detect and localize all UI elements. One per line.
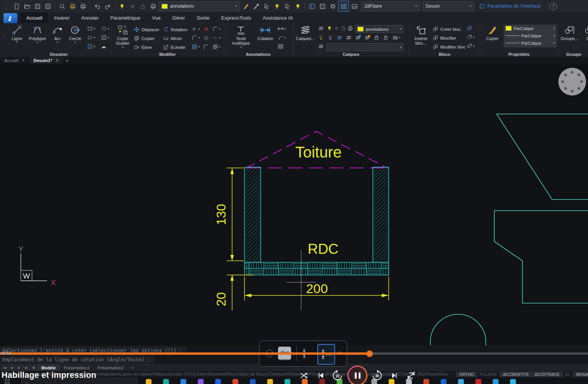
command-list-panel-icon[interactable] (338, 1, 349, 12)
texte-multiligne-button[interactable]: Texte multiligne ▾ (228, 25, 254, 49)
leader-tool[interactable]: ▾ (278, 35, 286, 40)
app-menu-button[interactable] (3, 13, 17, 23)
toggle-accrentite[interactable]: ACCRENTITE (500, 372, 531, 377)
layer-lock-icon[interactable] (138, 1, 148, 11)
layout-tab-presentation1[interactable]: Présentation1 (60, 364, 94, 371)
forward-30-icon[interactable]: 30 (371, 370, 383, 381)
tab-annoter[interactable]: Annoter (75, 12, 104, 23)
prev-layout-icon[interactable]: ◀ (8, 365, 15, 371)
plot-preview-icon[interactable] (57, 1, 67, 11)
layer-dropdown[interactable]: annotations ▾ (158, 2, 240, 11)
layer-freeze-icon[interactable] (334, 25, 339, 31)
rotation-button[interactable]: Rotation (163, 26, 187, 33)
arc-button[interactable]: Arc ▾ (49, 25, 66, 44)
workspace-dropdown[interactable]: Dessin ▾ (423, 2, 474, 11)
open-file-icon[interactable] (22, 1, 32, 11)
toggle-mosaique[interactable]: MOSAIQU (573, 372, 588, 377)
plot-icon[interactable] (67, 1, 78, 11)
miroir-button[interactable]: Miroir (163, 35, 182, 42)
redo-icon[interactable] (103, 1, 113, 11)
layout-tab-presentation2[interactable]: Présentation2 (94, 364, 128, 371)
rewind-10-icon[interactable]: 10 (332, 370, 343, 381)
layer-freeze-icon[interactable] (127, 1, 137, 11)
linetype-dropdown[interactable]: ParCalque ▾ (504, 32, 557, 39)
modifier-bloc-button[interactable]: Modifier bloc▾ (433, 44, 469, 50)
tab-accueil[interactable]: Accueil (20, 12, 48, 23)
deselect-icon[interactable] (282, 1, 292, 11)
toggle-ortho[interactable]: ORTHO (456, 372, 477, 377)
select-similar-icon[interactable] (261, 1, 271, 11)
layout-list-icon[interactable]: ▣ (30, 365, 37, 371)
tab-inserer[interactable]: Insérer (48, 12, 75, 23)
hatch-tool[interactable]: ▾ (87, 44, 95, 49)
layer-unisolate-icon[interactable] (327, 35, 333, 40)
taskbar-app-icon[interactable] (215, 379, 221, 384)
layer-walk-icon[interactable] (318, 25, 324, 31)
last-layout-icon[interactable]: ▶| (23, 365, 30, 371)
tab-gerer[interactable]: Gérer (167, 12, 191, 23)
explode-tool[interactable]: ▾ (212, 44, 221, 50)
layer-freeze-other-icon[interactable] (337, 35, 342, 40)
close-icon[interactable]: ✕ (56, 59, 59, 62)
creer-bloc-button[interactable]: Créer bloc (433, 26, 461, 32)
layer-thaw-all-icon[interactable] (346, 35, 352, 40)
etirer-button[interactable]: Étirer (134, 44, 152, 50)
new-file-icon[interactable] (12, 1, 22, 11)
lineweight-dropdown[interactable]: ParCalque ▾ (504, 39, 557, 47)
settings-gear-icon[interactable] (328, 1, 338, 11)
edit-polyline-tool[interactable]: ▾ (212, 26, 221, 32)
video-progress-scrubber[interactable] (366, 350, 373, 357)
copier-button[interactable]: Copier (134, 35, 155, 42)
attribute-manage-icon[interactable]: ▾ (467, 43, 475, 49)
layer-on-icon[interactable] (117, 1, 127, 11)
taskbar-app-icon[interactable] (250, 379, 256, 384)
navigation-wheel[interactable] (558, 68, 586, 96)
close-icon[interactable]: ✕ (22, 59, 25, 62)
publish-icon[interactable] (78, 1, 88, 11)
eyedropper-icon[interactable] (251, 1, 261, 11)
taskbar-app-icon[interactable] (267, 379, 273, 384)
polygon-tool[interactable]: ▾ (101, 35, 109, 40)
echelle-button[interactable]: Échelle (163, 44, 185, 50)
layout-tab-model[interactable]: Modèle (37, 364, 60, 371)
isolate-objects-icon[interactable] (272, 1, 282, 11)
taskbar-app-icon[interactable] (493, 379, 499, 384)
toolbar-grip-icon[interactable]: ⋮ (1, 1, 11, 11)
calques-button[interactable]: Calques... (294, 25, 317, 41)
blocifier-button[interactable]: Blocifier (433, 35, 456, 41)
taskbar-app-icon[interactable] (285, 379, 290, 384)
polyligne-button[interactable]: Polyligne ▾ (26, 25, 49, 44)
properties-panel-icon[interactable] (307, 1, 317, 11)
break-tool[interactable]: ▾ (212, 35, 221, 41)
layer-unlock-tool-icon[interactable] (383, 35, 389, 40)
block-save-icon[interactable] (467, 25, 472, 31)
next-layout-icon[interactable]: ▶ (16, 365, 22, 371)
table-tool[interactable] (278, 44, 283, 49)
new-document-tab-button[interactable]: + (63, 57, 71, 64)
tab-expresstools[interactable]: ExpressTools (216, 12, 257, 23)
erase-tool[interactable] (203, 26, 209, 32)
tab-assistance-ia[interactable]: Assistance IA (257, 12, 299, 23)
toggle-el[interactable]: EL (563, 372, 573, 377)
toggle-polaire[interactable]: POLAIRE (477, 372, 500, 377)
cercle-button[interactable]: Cercle ▾ (66, 25, 85, 44)
drawing-area[interactable]: 130 20 200 Toiture RDC W Y X (0, 64, 588, 345)
join-tool[interactable] (203, 44, 209, 50)
offset-tool[interactable] (203, 35, 209, 41)
layer-lock-icon[interactable] (340, 25, 346, 31)
repeat-off-icon[interactable] (406, 371, 416, 381)
visual-style-dropdown[interactable]: 2dFilaire ▾ (361, 2, 420, 11)
hatch-panel-icon[interactable] (317, 1, 327, 11)
tab-sortie[interactable]: Sortie (191, 12, 216, 23)
layer-lock-tool-icon[interactable] (374, 35, 379, 40)
add-layout-button[interactable]: + (128, 364, 138, 371)
copie-guidee-button[interactable]: Copie Guidée ▾ (113, 25, 132, 49)
help-icon[interactable]: ? (550, 3, 557, 10)
image-panel-icon[interactable] (349, 1, 359, 11)
toggle-accrtrace[interactable]: ACCRTRACE (531, 372, 562, 377)
next-frame-icon[interactable] (389, 371, 399, 380)
taskbar-app-icon[interactable] (233, 379, 238, 384)
layer-on-all-icon[interactable] (364, 35, 370, 40)
taskbar-app-icon[interactable] (441, 379, 446, 384)
revision-cloud-tool[interactable]: ☁ (101, 44, 107, 49)
